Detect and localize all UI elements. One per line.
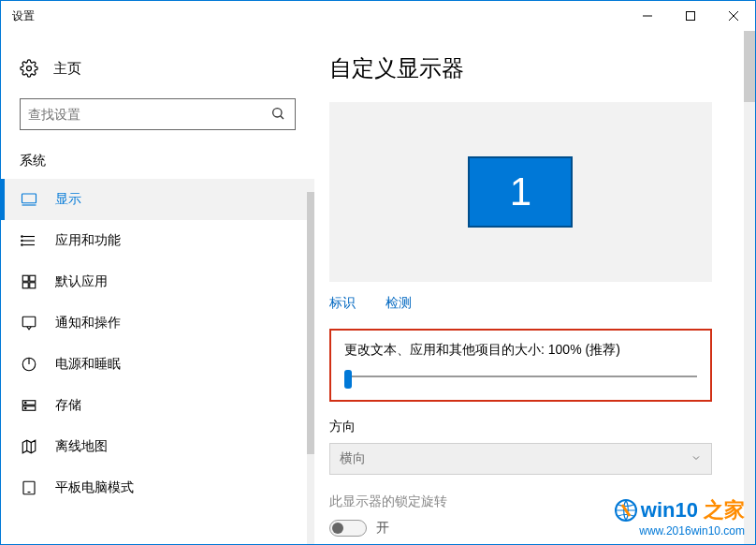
tablet-icon: [20, 479, 38, 497]
svg-marker-26: [22, 440, 36, 453]
monitor-number: 1: [510, 169, 531, 214]
svg-rect-19: [22, 317, 36, 327]
scale-highlight-box: 更改文本、应用和其他项目的大小: 100% (推荐): [329, 329, 712, 402]
monitor-links: 标识 检测: [329, 295, 736, 312]
nav-storage[interactable]: 存储: [1, 385, 314, 426]
lock-rotation-label: 此显示器的锁定旋转: [329, 493, 736, 510]
content-area: 主页 系统 显示 应用和功能: [1, 31, 755, 544]
main-scrollbar[interactable]: [744, 31, 755, 544]
storage-icon: [20, 396, 38, 415]
lock-rotation-toggle-row: 开: [329, 520, 736, 537]
nav-tablet-mode[interactable]: 平板电脑模式: [1, 467, 314, 508]
search-box[interactable]: [20, 98, 296, 130]
svg-point-25: [25, 407, 27, 409]
scale-label: 更改文本、应用和其他项目的大小: 100% (推荐): [344, 342, 697, 359]
search-input[interactable]: [28, 107, 270, 122]
search-container: [1, 87, 314, 136]
window-controls: [626, 1, 755, 31]
nav-display[interactable]: 显示: [1, 179, 314, 220]
toggle-knob: [332, 523, 343, 534]
nav-label: 离线地图: [55, 438, 108, 455]
nav-list: 显示 应用和功能 默认应用 通知和操作 电源和睡眠: [1, 179, 314, 508]
svg-rect-15: [22, 275, 28, 281]
nav-label: 电源和睡眠: [55, 356, 121, 373]
power-icon: [20, 355, 38, 374]
home-label: 主页: [53, 60, 81, 78]
slider-track: [344, 376, 697, 377]
window-title: 设置: [12, 8, 35, 24]
list-icon: [20, 231, 38, 250]
nav-label: 默认应用: [55, 273, 108, 290]
scrollbar-thumb[interactable]: [307, 192, 314, 454]
nav-label: 应用和功能: [55, 232, 121, 249]
nav-label: 通知和操作: [55, 315, 121, 331]
slider-thumb[interactable]: [344, 370, 352, 389]
close-button[interactable]: [712, 1, 755, 31]
svg-point-24: [25, 402, 27, 404]
sidebar-scrollbar[interactable]: [307, 192, 314, 544]
titlebar: 设置: [1, 1, 755, 31]
nav-offline-maps[interactable]: 离线地图: [1, 426, 314, 467]
orientation-value: 横向: [340, 450, 366, 467]
orientation-field: 方向 横向: [329, 419, 712, 475]
chevron-down-icon: [691, 451, 702, 466]
svg-rect-17: [22, 283, 28, 288]
nav-power[interactable]: 电源和睡眠: [1, 344, 314, 385]
nav-label: 存储: [55, 397, 81, 414]
main-panel: 自定义显示器 1 标识 检测 更改文本、应用和其他项目的大小: 100% (推荐…: [314, 31, 755, 544]
svg-line-6: [281, 116, 284, 119]
minimize-button[interactable]: [626, 1, 669, 31]
nav-label: 平板电脑模式: [55, 479, 134, 496]
grid-icon: [20, 272, 38, 291]
monitor-preview-panel: 1: [329, 102, 712, 282]
gear-icon: [20, 59, 38, 78]
orientation-select[interactable]: 横向: [329, 443, 712, 475]
monitor-1[interactable]: 1: [468, 156, 573, 228]
orientation-label: 方向: [329, 419, 712, 435]
monitor-icon: [20, 190, 38, 209]
nav-apps[interactable]: 应用和功能: [1, 220, 314, 261]
toggle-label: 开: [376, 520, 389, 537]
scale-slider[interactable]: [344, 370, 697, 383]
svg-point-5: [273, 109, 282, 117]
section-label: 系统: [1, 136, 314, 179]
svg-rect-1: [687, 12, 695, 21]
scrollbar-thumb[interactable]: [744, 31, 755, 102]
search-icon: [270, 106, 287, 123]
maximize-button[interactable]: [669, 1, 712, 31]
svg-point-14: [22, 244, 23, 246]
svg-point-4: [27, 66, 32, 71]
notification-icon: [20, 314, 38, 332]
settings-window: 设置 主页 系统: [0, 0, 756, 545]
nav-label: 显示: [55, 191, 81, 208]
nav-default-apps[interactable]: 默认应用: [1, 261, 314, 302]
home-nav[interactable]: 主页: [1, 50, 314, 87]
lock-rotation-toggle[interactable]: [329, 520, 367, 537]
page-title: 自定义显示器: [329, 53, 736, 83]
svg-point-13: [22, 240, 23, 242]
sidebar: 主页 系统 显示 应用和功能: [1, 31, 314, 544]
svg-rect-16: [30, 275, 36, 281]
svg-point-12: [22, 236, 23, 238]
svg-rect-7: [22, 194, 36, 203]
svg-rect-18: [30, 283, 36, 288]
detect-link[interactable]: 检测: [385, 295, 412, 310]
identify-link[interactable]: 标识: [329, 295, 356, 310]
nav-notifications[interactable]: 通知和操作: [1, 302, 314, 344]
map-icon: [20, 437, 38, 456]
